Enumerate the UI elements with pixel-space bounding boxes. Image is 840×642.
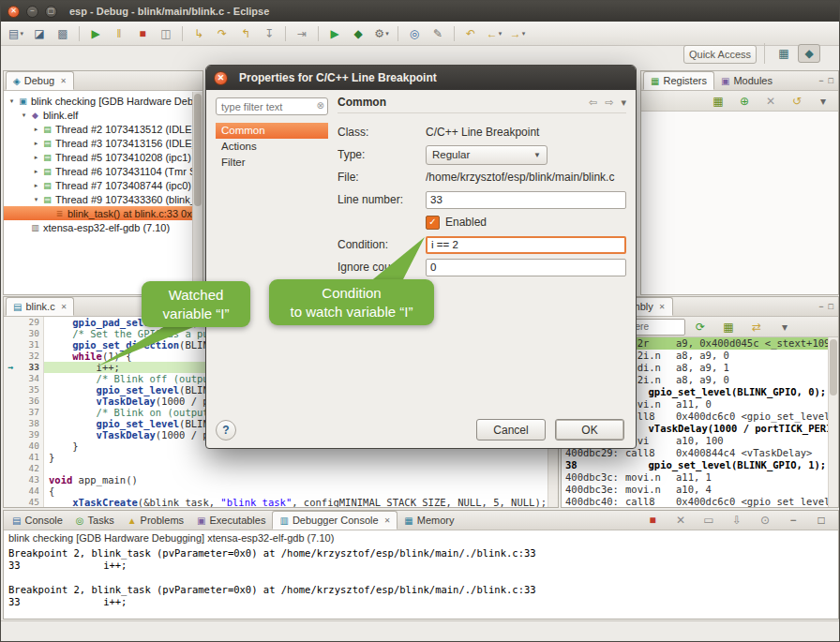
filter-input[interactable]: [216, 97, 328, 115]
clear-filter-icon[interactable]: ⊗: [317, 100, 324, 111]
debug-tree-item[interactable]: ▾◆blink.elf: [4, 108, 202, 122]
tab-registers[interactable]: ▦Registers: [643, 71, 714, 90]
breakpoint-margin[interactable]: [4, 497, 17, 508]
instruction-pointer-icon[interactable]: →: [4, 362, 17, 373]
debug-tree-item[interactable]: ▾▣blink checking [GDB Hardware Debugging…: [4, 94, 202, 108]
tab-console[interactable]: ▤Console: [6, 511, 69, 530]
save-button[interactable]: ◪: [28, 24, 51, 43]
debug-tree-item[interactable]: ▸▤Thread #2 1073413512 (IDLE : Running): [4, 122, 202, 136]
search-button[interactable]: ◎: [403, 24, 426, 43]
expander-icon[interactable]: ▸: [31, 140, 41, 147]
terminate-button[interactable]: ■: [641, 511, 664, 530]
breakpoint-margin[interactable]: [4, 474, 17, 485]
disconnect-button[interactable]: ◫: [155, 24, 177, 43]
ok-button[interactable]: OK: [555, 419, 624, 440]
debug-scrollbar[interactable]: [192, 92, 202, 294]
disassembly-row[interactable]: 400dbc40:call80x400dc6c0 <gpio_set_level…: [562, 496, 838, 508]
breakpoint-margin[interactable]: [4, 339, 17, 351]
add-register-group-button[interactable]: ⊕: [733, 92, 756, 111]
dialog-close-icon[interactable]: ✕: [214, 71, 228, 85]
breakpoint-margin[interactable]: [4, 485, 17, 497]
console-output[interactable]: Breakpoint 2, blink_task (pvParameter=0x…: [4, 545, 838, 610]
breakpoint-margin[interactable]: [4, 351, 17, 362]
expander-icon[interactable]: ▸: [31, 168, 41, 175]
tab-debugger-console[interactable]: ▥Debugger Console✕: [272, 511, 398, 530]
breakpoint-margin[interactable]: [4, 418, 17, 429]
step-into-button[interactable]: ↳: [188, 24, 210, 43]
instruction-stepping-button[interactable]: ⇥: [291, 24, 313, 43]
step-over-button[interactable]: ↷: [211, 24, 233, 43]
debug-tree-item[interactable]: ▾▤Thread #9 1073433360 (blink_task : Sus…: [4, 192, 202, 206]
pin-console-button[interactable]: ⊙: [754, 511, 776, 530]
debug-tree-item[interactable]: ▸▤Thread #6 1073431104 (Tmr Svc) (Suspen…: [4, 164, 202, 178]
condition-input[interactable]: [426, 236, 626, 254]
enabled-checkbox-row[interactable]: ✓ Enabled: [426, 216, 626, 230]
expander-icon[interactable]: ▾: [7, 97, 17, 105]
view-menu-button[interactable]: ▾: [812, 92, 834, 111]
scroll-lock-button[interactable]: ⇩: [726, 511, 748, 530]
breakpoint-margin[interactable]: [4, 328, 17, 339]
expander-icon[interactable]: ▾: [19, 112, 29, 119]
breakpoint-margin[interactable]: [4, 317, 17, 328]
debug-button[interactable]: ◆: [347, 24, 369, 43]
close-icon[interactable]: ✕: [60, 77, 67, 85]
back-button[interactable]: ←▾: [483, 24, 505, 43]
expander-icon[interactable]: ▾: [31, 196, 41, 203]
drop-to-frame-button[interactable]: ↧: [258, 24, 280, 43]
step-return-button[interactable]: ↰: [234, 24, 257, 43]
close-icon[interactable]: ✕: [384, 516, 391, 525]
view-menu-button[interactable]: ▾: [773, 318, 796, 336]
maximize-view-icon[interactable]: □: [829, 302, 833, 311]
debug-tree-item[interactable]: ▥xtensa-esp32-elf-gdb (7.10): [4, 220, 202, 234]
close-icon[interactable]: ✕: [659, 303, 666, 311]
minimize-view-button[interactable]: −: [782, 511, 804, 530]
tab-executables[interactable]: ▣Executables: [190, 511, 272, 530]
disassembly-row[interactable]: 400dbc3c:movi.na11, 1: [562, 471, 838, 484]
debug-perspective-button[interactable]: ◆: [798, 44, 820, 63]
tab-blink-c[interactable]: ▤ blink.c ✕: [6, 297, 74, 316]
expander-icon[interactable]: ▸: [31, 126, 41, 133]
editor-line[interactable]: 43void app_main(): [4, 474, 558, 485]
window-maximize-icon[interactable]: ▢: [45, 6, 57, 18]
run-button[interactable]: ▶: [323, 24, 346, 43]
show-columns-button[interactable]: ▦: [707, 92, 729, 111]
restore-default-groups-button[interactable]: ↺: [786, 92, 808, 111]
resume-button[interactable]: ▶: [84, 24, 107, 43]
breakpoint-margin[interactable]: [4, 396, 17, 407]
window-close-icon[interactable]: ✕: [8, 6, 20, 18]
dialog-nav-item-filter[interactable]: Filter: [216, 155, 328, 171]
debug-tree-item[interactable]: ▸▤Thread #5 1073410208 (ipc1) (Suspended…: [4, 150, 202, 164]
scrollbar-thumb[interactable]: [830, 339, 837, 396]
minimize-view-icon[interactable]: −: [818, 302, 823, 311]
breakpoint-margin[interactable]: [4, 452, 17, 463]
forward-button[interactable]: →▾: [506, 24, 529, 43]
debug-tree-item[interactable]: ≣blink_task() at blink.c:33 0x400db: [4, 206, 202, 220]
tab-debug[interactable]: ◈ Debug ✕: [6, 71, 74, 90]
minimize-view-icon[interactable]: −: [818, 76, 823, 85]
debug-tree-item[interactable]: ▸▤Thread #3 1073413156 (IDLE) (Suspended…: [4, 136, 202, 150]
tab-tasks[interactable]: ◎Tasks: [69, 511, 121, 530]
breakpoint-margin[interactable]: [4, 384, 17, 396]
ignore-count-input[interactable]: [426, 259, 626, 276]
cancel-button[interactable]: Cancel: [476, 419, 546, 440]
dialog-nav-item-common[interactable]: Common: [216, 123, 328, 139]
forward-icon[interactable]: ⇨: [605, 97, 613, 109]
clear-console-button[interactable]: ▭: [698, 511, 720, 530]
editor-line[interactable]: 45 xTaskCreate(&blink_task, "blink_task"…: [4, 497, 558, 508]
mark-occurrences-button[interactable]: ✎: [427, 24, 449, 43]
disassembly-row[interactable]: 400dbc3e:movi.na10, 4: [562, 484, 838, 496]
type-dropdown[interactable]: Regular ▼: [426, 145, 548, 165]
suspend-button[interactable]: ‖: [108, 24, 130, 43]
terminate-button[interactable]: ■: [131, 24, 154, 43]
editor-line[interactable]: 42: [4, 463, 558, 474]
maximize-view-icon[interactable]: □: [829, 76, 833, 85]
sync-selection-button[interactable]: ⇄: [745, 318, 768, 336]
last-edit-location-button[interactable]: ↶: [459, 24, 482, 43]
maximize-view-button[interactable]: □: [810, 511, 832, 530]
remove-register-group-button[interactable]: ✕: [759, 92, 782, 111]
scrollbar-thumb[interactable]: [194, 94, 202, 206]
breakpoint-margin[interactable]: [4, 440, 17, 452]
new-wizard-button[interactable]: ▤▾: [5, 24, 27, 43]
dialog-nav-item-actions[interactable]: Actions: [216, 139, 328, 155]
help-button[interactable]: ?: [216, 420, 236, 440]
